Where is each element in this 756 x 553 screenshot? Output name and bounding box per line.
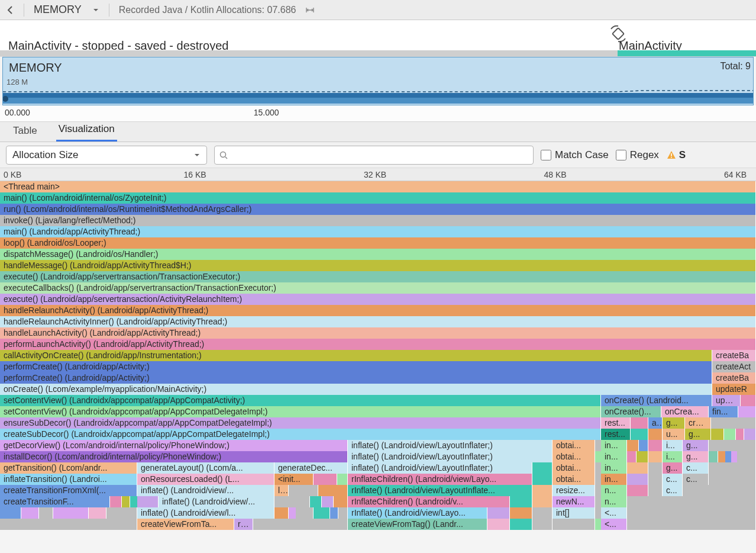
flame-frame[interactable]: handleRelaunchActivityInner() (Landroid/… xyxy=(0,316,756,327)
flame-frame[interactable] xyxy=(741,395,756,406)
flame-frame[interactable]: executeCallbacks() (Landroid/app/servert… xyxy=(0,282,756,294)
flame-frame[interactable] xyxy=(322,496,334,507)
flame-frame[interactable]: fin... xyxy=(709,406,738,417)
flame-frame[interactable] xyxy=(106,507,137,519)
flame-frame[interactable]: c... xyxy=(663,485,683,496)
flame-frame[interactable] xyxy=(627,462,648,474)
flame-frame[interactable]: c... xyxy=(663,474,683,485)
flame-frame[interactable] xyxy=(627,440,639,451)
flame-frame[interactable] xyxy=(89,507,106,519)
flame-frame[interactable] xyxy=(338,507,348,519)
flame-frame[interactable]: updat... xyxy=(712,395,741,406)
flame-frame[interactable]: inflate() (Landroid/view/... xyxy=(137,485,274,496)
flame-frame[interactable] xyxy=(314,474,337,485)
sort-dropdown[interactable]: Allocation Size xyxy=(6,146,207,165)
flame-frame[interactable] xyxy=(709,462,756,474)
flame-frame[interactable]: main() (Landroid/app/ActivityThread;) xyxy=(0,226,756,237)
flame-frame[interactable] xyxy=(310,496,322,507)
flame-frame[interactable]: g... xyxy=(683,440,709,451)
flame-frame[interactable]: <... xyxy=(601,519,627,530)
flame-frame[interactable]: createTransitionFromXml(... xyxy=(0,485,137,496)
flame-frame[interactable]: rInflate() (Landroid/view/Layo... xyxy=(348,507,487,519)
fit-icon[interactable] xyxy=(303,3,317,17)
flame-frame[interactable] xyxy=(532,519,553,530)
flame-frame[interactable]: dispatchMessage() (Landroid/os/Handler;) xyxy=(0,249,756,260)
flame-frame[interactable]: c... xyxy=(683,462,709,474)
flame-frame[interactable]: inflateTransition() (Landroi... xyxy=(0,474,137,485)
regex-input[interactable] xyxy=(616,150,626,160)
flame-frame[interactable]: generateDec... xyxy=(274,462,348,474)
flame-frame[interactable]: handleLaunchActivity() (Landroid/app/Act… xyxy=(0,327,756,339)
flame-frame[interactable]: createViewFromTa... xyxy=(137,519,234,530)
flame-frame[interactable] xyxy=(532,507,553,519)
flame-frame[interactable]: setContentView() (Landroidx/appcompat/ap… xyxy=(0,406,601,417)
flame-frame[interactable]: u... xyxy=(663,429,685,440)
flame-frame[interactable] xyxy=(631,417,648,429)
flame-frame[interactable]: <Thread main> xyxy=(0,181,756,192)
flame-frame[interactable]: g... xyxy=(663,417,685,429)
flame-frame[interactable]: getTransition() (Lcom/andr... xyxy=(0,462,137,474)
flame-frame[interactable]: onCreate() (Landroid... xyxy=(601,395,712,406)
flame-frame[interactable] xyxy=(709,440,756,451)
tab-visualization[interactable]: Visualization xyxy=(56,120,117,142)
flame-frame[interactable]: onCreate()... xyxy=(601,406,661,417)
flame-frame[interactable]: in... xyxy=(601,474,627,485)
flame-frame[interactable] xyxy=(631,429,648,440)
flame-frame[interactable] xyxy=(709,474,756,485)
flame-frame[interactable]: rest... xyxy=(601,417,631,429)
flame-frame[interactable] xyxy=(330,507,338,519)
flame-frame[interactable]: newN... xyxy=(553,496,595,507)
flame-frame[interactable]: n... xyxy=(601,485,627,496)
flame-frame[interactable] xyxy=(738,406,756,417)
flame-frame[interactable]: createTransitionF... xyxy=(0,496,110,507)
regex-checkbox[interactable]: Regex xyxy=(616,149,659,161)
flame-frame[interactable] xyxy=(724,429,736,440)
flame-frame[interactable]: obtai... xyxy=(553,462,595,474)
search-input[interactable] xyxy=(231,150,528,160)
flame-frame[interactable]: installDecor() (Lcom/android/internal/po… xyxy=(0,451,348,462)
flame-frame[interactable]: in... xyxy=(601,451,627,462)
flame-frame[interactable]: cre... xyxy=(685,417,711,429)
flame-frame[interactable]: ensureSubDecor() (Landroidx/appcompat/ap… xyxy=(0,417,601,429)
flame-frame[interactable] xyxy=(648,451,663,462)
flame-frame[interactable]: int[] xyxy=(553,507,595,519)
flame-frame[interactable]: performLaunchActivity() (Landroid/app/Ac… xyxy=(0,339,756,350)
flame-frame[interactable]: rInflateChildren() (Landroid/view/Layo..… xyxy=(348,474,532,485)
memory-chart[interactable] xyxy=(3,89,753,104)
flame-frame[interactable] xyxy=(639,440,648,451)
flame-frame[interactable] xyxy=(648,474,663,485)
flame-frame[interactable]: getDecorView() (Lcom/android/internal/po… xyxy=(0,440,348,451)
flame-frame[interactable] xyxy=(627,496,756,507)
flame-frame[interactable] xyxy=(314,507,330,519)
flame-frame[interactable] xyxy=(337,474,348,485)
flame-frame[interactable] xyxy=(122,496,130,507)
flame-frame[interactable]: loop() (Landroid/os/Looper;) xyxy=(0,237,756,249)
flame-frame[interactable] xyxy=(0,519,137,530)
flame-frame[interactable]: obtai... xyxy=(553,474,595,485)
flame-frame[interactable]: inflate() (Landroid/view/l... xyxy=(137,507,274,519)
flame-frame[interactable]: in... xyxy=(601,462,627,474)
flame-frame[interactable] xyxy=(736,429,744,440)
flame-frame[interactable] xyxy=(683,485,756,496)
flame-frame[interactable]: inflate() (Landroid/view/LayoutInflater;… xyxy=(348,462,532,474)
flame-frame[interactable] xyxy=(53,507,89,519)
flame-frame[interactable] xyxy=(289,485,318,496)
flame-frame[interactable]: i... xyxy=(663,440,683,451)
flame-frame[interactable]: c... xyxy=(683,474,709,485)
flame-frame[interactable]: onCreate() (Lcom/example/myapplication/M… xyxy=(0,384,712,395)
flame-frame[interactable] xyxy=(318,485,348,496)
memory-overview-panel[interactable]: MEMORY Total: 9 128 M xyxy=(2,57,754,105)
match-case-checkbox[interactable]: Match Case xyxy=(541,149,609,161)
flame-frame[interactable] xyxy=(532,485,553,496)
flame-frame[interactable] xyxy=(709,451,718,462)
flame-frame[interactable] xyxy=(711,429,724,440)
match-case-input[interactable] xyxy=(541,150,551,160)
flame-frame[interactable]: i... xyxy=(663,451,683,462)
flame-frame[interactable]: execute() (Landroid/app/servertransactio… xyxy=(0,271,756,282)
flame-frame[interactable] xyxy=(648,462,663,474)
flame-frame[interactable]: l... xyxy=(274,485,289,496)
flame-frame[interactable] xyxy=(627,451,637,462)
flame-frame[interactable] xyxy=(532,474,553,485)
search-box[interactable] xyxy=(214,146,534,165)
flame-frame[interactable]: createViewFromTag() (Landr... xyxy=(348,519,487,530)
